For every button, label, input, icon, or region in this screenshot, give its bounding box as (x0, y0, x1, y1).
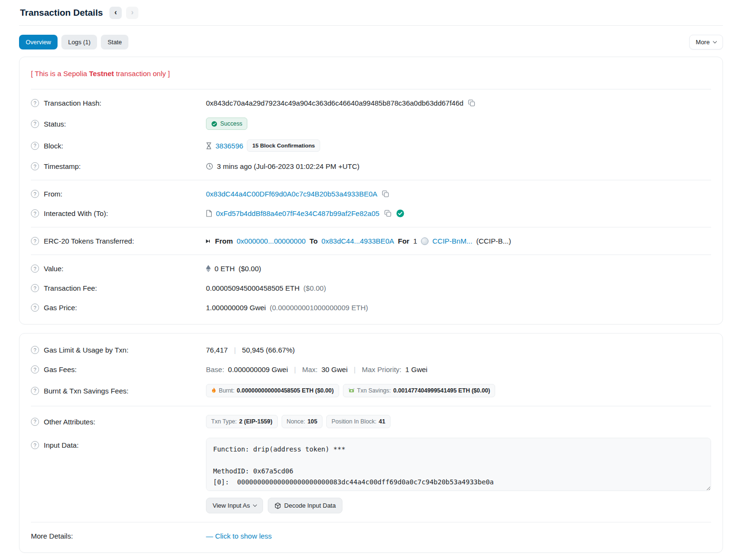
copy-icon[interactable] (381, 190, 390, 197)
decode-input-data-button[interactable]: Decode Input Data (268, 498, 342, 513)
token-name-link[interactable]: CCIP-BnM... (432, 237, 472, 245)
nonce-badge: Nonce: 105 (282, 415, 323, 428)
chevron-down-icon (713, 39, 717, 43)
ethereum-icon (206, 265, 211, 272)
divider (31, 180, 711, 180)
copy-icon[interactable] (383, 210, 392, 217)
divider (31, 255, 711, 255)
token-logo-icon (421, 237, 429, 245)
more-dropdown-button[interactable]: More (689, 35, 723, 49)
help-icon[interactable]: ? (31, 209, 39, 217)
testnet-notice-pre: [ This is a Sepolia (31, 69, 89, 78)
interacted-with-label: Interacted With (To): (44, 209, 108, 217)
money-wings-icon (348, 388, 355, 393)
nonce-value: 105 (307, 418, 317, 425)
help-icon[interactable]: ? (31, 365, 39, 373)
burnt-value: 0.000000000000458505 ETH ($0.00) (237, 387, 334, 394)
txn-savings-label: Txn Savings: (357, 387, 391, 394)
help-icon[interactable]: ? (31, 441, 39, 449)
row-timestamp: ? Timestamp: 3 mins ago (Jul-06-2023 01:… (31, 157, 711, 176)
help-icon[interactable]: ? (31, 418, 39, 426)
copy-icon-svg (384, 210, 391, 217)
chevron-down-icon (253, 503, 256, 507)
erc20-to-word: To (310, 237, 318, 245)
status-badge: Success (206, 118, 247, 130)
tabs-row: Overview Logs (1) State More (19, 35, 723, 49)
burnt-label: Burnt: (219, 387, 234, 394)
help-icon[interactable]: ? (31, 120, 39, 128)
divider (31, 406, 711, 406)
row-burnt-savings: ? Burnt & Txn Savings Fees: Burnt: 0.000… (31, 379, 711, 402)
block-number-link[interactable]: 3836596 (215, 142, 243, 150)
block-label: Block: (44, 142, 63, 150)
token-symbol: (CCIP-B...) (476, 237, 511, 245)
copy-icon-svg (382, 190, 389, 197)
gas-usage-value: 50,945 (66.67%) (242, 346, 295, 354)
row-erc20-transfers: ? ERC-20 Tokens Transferred: From 0x0000… (31, 231, 711, 251)
gas-fees-label: Gas Fees: (44, 365, 77, 373)
help-icon[interactable]: ? (31, 304, 39, 312)
help-icon[interactable]: ? (31, 387, 39, 395)
row-transaction-hash: ? Transaction Hash: 0x843dc70a4a29d79234… (31, 93, 711, 113)
row-block: ? Block: 3836596 15 Block Confirmations (31, 135, 711, 157)
tab-state[interactable]: State (101, 35, 128, 49)
row-more-details: More Details: — Click to show less (31, 526, 711, 546)
erc20-to-address-link[interactable]: 0x83dC44...4933BE0A (322, 237, 394, 245)
previous-transaction-button[interactable]: ‹ (109, 7, 122, 19)
gas-limit-label: Gas Limit & Usage by Txn: (44, 346, 128, 354)
help-icon[interactable]: ? (31, 142, 39, 150)
view-input-as-button[interactable]: View Input As (206, 498, 263, 513)
burnt-badge: Burnt: 0.000000000000458505 ETH ($0.00) (206, 384, 339, 397)
row-status: ? Status: Success (31, 113, 711, 135)
help-icon[interactable]: ? (31, 162, 39, 170)
from-label: From: (44, 190, 62, 198)
toggle-more-details-link[interactable]: — Click to show less (206, 532, 272, 540)
next-transaction-button[interactable]: › (126, 7, 138, 19)
testnet-notice: [ This is a Sepolia Testnet transaction … (31, 64, 711, 85)
help-icon[interactable]: ? (31, 99, 39, 107)
page-header: Transaction Details ‹ › (19, 3, 723, 26)
input-data-textarea[interactable]: Function: drip(address token) *** Method… (206, 438, 711, 491)
txn-type-value: 2 (EIP-1559) (239, 418, 273, 425)
more-details-label: More Details: (31, 532, 73, 540)
row-gas-limit-usage: ? Gas Limit & Usage by Txn: 76,417 | 50,… (31, 340, 711, 360)
row-input-data: ? Input Data: Function: drip(address tok… (31, 433, 711, 518)
erc20-label: ERC-20 Tokens Transferred: (44, 237, 134, 245)
gas-base-label: Base: (206, 365, 224, 373)
other-attributes-label: Other Attributes: (44, 418, 95, 426)
copy-icon[interactable] (467, 99, 476, 107)
help-icon[interactable]: ? (31, 265, 39, 273)
tab-overview[interactable]: Overview (19, 35, 58, 49)
transaction-fee-usd: ($0.00) (303, 284, 326, 292)
transaction-details-page: Transaction Details ‹ › Overview Logs (1… (0, 0, 742, 560)
gas-priority-label: Max Priority: (362, 365, 401, 373)
expand-triangle-icon[interactable] (206, 239, 210, 243)
decode-input-data-label: Decode Input Data (284, 502, 336, 509)
from-address-link[interactable]: 0x83dC44a4C00DFf69d0A0c7c94B20b53a4933BE… (206, 190, 377, 198)
testnet-notice-bold: Testnet (89, 69, 114, 78)
to-address-link[interactable]: 0xFd57b4ddBf88a4e07fF4e34C487b99af2Fe82a… (216, 209, 380, 217)
help-icon[interactable]: ? (31, 190, 39, 198)
overview-card: [ This is a Sepolia Testnet transaction … (19, 57, 723, 324)
clock-icon (206, 163, 213, 170)
help-icon[interactable]: ? (31, 237, 39, 245)
help-icon[interactable]: ? (31, 284, 39, 292)
status-label: Status: (44, 120, 66, 128)
transaction-fee-label: Transaction Fee: (44, 284, 97, 292)
contract-file-icon (206, 210, 212, 217)
value-label: Value: (44, 265, 63, 273)
erc20-from-word: From (215, 237, 233, 245)
divider (31, 227, 711, 227)
nonce-label: Nonce: (287, 418, 305, 425)
position-in-block-label: Position In Block: (332, 418, 376, 425)
block-confirmations-badge: 15 Block Confirmations (247, 139, 320, 152)
help-icon[interactable]: ? (31, 346, 39, 354)
erc20-from-address-link[interactable]: 0x000000...00000000 (237, 237, 306, 245)
transaction-hash-label: Transaction Hash: (44, 99, 101, 107)
row-other-attributes: ? Other Attributes: Txn Type: 2 (EIP-155… (31, 410, 711, 433)
timestamp-value: 3 mins ago (Jul-06-2023 01:02:24 PM +UTC… (217, 162, 360, 170)
copy-icon-svg (468, 99, 475, 107)
tab-logs[interactable]: Logs (1) (61, 35, 97, 49)
flame-icon (211, 387, 216, 394)
gas-limit-value: 76,417 (206, 346, 228, 354)
